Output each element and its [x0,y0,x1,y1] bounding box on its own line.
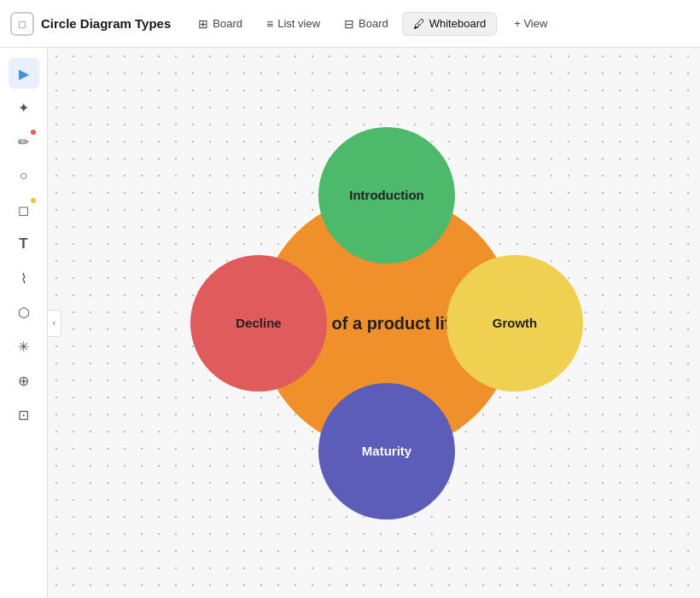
tab-board2-label: Board [359,17,388,30]
tab-board1[interactable]: ⊞ Board [188,13,253,35]
note-dot [31,198,36,203]
page-title: Circle Diagram Types [41,16,171,31]
circle-decline: Decline [190,255,327,392]
tab-whiteboard[interactable]: 🖊 Whiteboard [402,12,497,36]
maturity-label: Maturity [362,444,411,458]
tool-image[interactable]: ⊡ [9,399,39,430]
main-layout: ▶ ✦ ✏ ○ ◻ T ⌇ ⬡ ✳ ⊕ ⊡ [0,48,700,598]
note-icon: ◻ [18,202,29,218]
text-icon: T [19,235,27,253]
left-toolbar: ▶ ✦ ✏ ○ ◻ T ⌇ ⬡ ✳ ⊕ ⊡ [0,48,48,598]
tool-connector[interactable]: ⌇ [9,263,39,293]
connector-icon: ⌇ [20,270,27,287]
left-arrow-handle[interactable]: ‹ [48,310,61,337]
listview-icon: ≡ [266,17,273,31]
circle-growth: Growth [446,255,583,392]
board1-icon: ⊞ [198,17,208,31]
magic-icon: ✳ [18,339,29,355]
tab-whiteboard-label: Whiteboard [429,17,486,30]
whiteboard-icon: 🖊 [413,17,425,31]
tab-listview[interactable]: ≡ List view [256,13,330,35]
tool-text[interactable]: T [9,229,39,259]
tool-note[interactable]: ◻ [9,194,39,225]
growth-label: Growth [493,316,538,330]
tool-globe[interactable]: ⊕ [9,365,39,396]
circle-intro: Introduction [318,127,455,264]
image-icon: ⊡ [18,407,29,423]
view-button[interactable]: + View [504,13,557,34]
decline-label: Decline [236,316,281,330]
canvas-area[interactable]: ‹ Stages of a product lifecycle Introduc… [48,48,700,598]
shape-add-icon: ✦ [18,100,29,116]
intro-label: Introduction [349,188,423,202]
tool-pen[interactable]: ✏ [9,126,39,157]
tool-circle[interactable]: ○ [9,160,39,191]
globe-icon: ⊕ [18,373,29,389]
tool-magic[interactable]: ✳ [9,331,39,362]
pen-icon: ✏ [18,134,29,150]
tab-board1-label: Board [213,17,242,30]
pen-dot [31,130,36,135]
diagram: Stages of a product lifecycle Introducti… [173,102,600,545]
top-bar: ◻ Circle Diagram Types ⊞ Board ≡ List vi… [0,0,700,48]
tab-listview-label: List view [277,17,320,30]
view-button-label: + View [514,17,547,30]
tool-network[interactable]: ⬡ [9,297,39,328]
tool-shape-add[interactable]: ✦ [9,92,39,123]
select-icon: ▶ [19,66,29,82]
tab-board2[interactable]: ⊟ Board [334,13,399,35]
app-icon: ◻ [10,12,34,36]
network-icon: ⬡ [18,305,30,321]
board2-icon: ⊟ [344,17,354,31]
nav-tabs: ⊞ Board ≡ List view ⊟ Board 🖊 Whiteboard… [188,12,557,36]
circle-icon: ○ [20,168,28,183]
tool-select[interactable]: ▶ [9,58,39,89]
circle-maturity: Maturity [318,383,455,520]
